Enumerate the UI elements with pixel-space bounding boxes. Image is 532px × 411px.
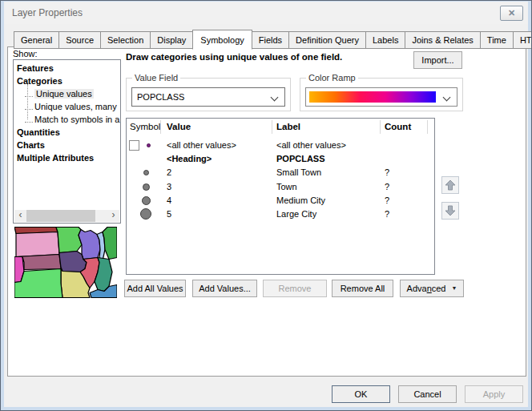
- horizontal-scrollbar[interactable]: ‹ ›: [14, 210, 119, 222]
- value-field-label: Value Field: [132, 73, 180, 83]
- up-arrow-icon: [445, 179, 456, 191]
- color-ramp-label: Color Ramp: [306, 73, 358, 83]
- column-header-label: Label: [276, 122, 300, 131]
- tab-selection[interactable]: Selection: [100, 31, 151, 49]
- point-symbol[interactable]: [147, 143, 151, 147]
- move-down-button[interactable]: [441, 202, 459, 220]
- categories-table[interactable]: Symbol Value Label Count <all other valu…: [126, 118, 435, 275]
- table-row[interactable]: 5 Large City ?: [127, 208, 434, 221]
- remove-button[interactable]: Remove: [263, 280, 327, 297]
- dropdown-arrow-icon: ▼: [452, 280, 457, 296]
- import-button[interactable]: Import...: [413, 51, 462, 69]
- advanced-button[interactable]: Advanced▼: [400, 280, 464, 297]
- tab-fields[interactable]: Fields: [252, 31, 289, 49]
- move-up-button[interactable]: [441, 176, 459, 194]
- tree-item-unique-values[interactable]: Unique values: [17, 87, 120, 100]
- tree-item-quantities[interactable]: Quantities: [17, 126, 120, 139]
- tree-item-match-symbols[interactable]: Match to symbols in a: [17, 113, 120, 126]
- draw-method-description: Draw categories using unique values of o…: [126, 52, 342, 62]
- ok-button[interactable]: OK: [332, 385, 390, 403]
- show-tree-listbox[interactable]: Features Categories Unique values Unique…: [13, 59, 121, 224]
- chevron-down-icon: [271, 94, 279, 102]
- all-other-values-checkbox[interactable]: [129, 140, 139, 151]
- tree-item-unique-values-many[interactable]: Unique values, many: [17, 100, 120, 113]
- column-header-symbol: Symbol: [130, 122, 160, 131]
- point-symbol[interactable]: [142, 196, 151, 205]
- color-ramp-group: Color Ramp: [300, 78, 463, 111]
- scrollbar-thumb[interactable]: [26, 210, 95, 222]
- tab-symbology[interactable]: Symbology: [192, 30, 252, 50]
- map-preview: [14, 227, 117, 298]
- table-header: Symbol Value Label Count: [127, 119, 434, 136]
- tab-source[interactable]: Source: [58, 31, 101, 49]
- apply-button[interactable]: Apply: [465, 385, 523, 403]
- tree-item-multiple-attributes[interactable]: Multiple Attributes: [17, 151, 120, 164]
- column-header-count: Count: [385, 122, 411, 131]
- point-symbol[interactable]: [140, 208, 151, 220]
- table-row[interactable]: 3 Town ?: [127, 180, 434, 194]
- point-symbol[interactable]: [143, 183, 150, 191]
- value-field-dropdown[interactable]: POPCLASS: [131, 87, 285, 107]
- add-all-values-button[interactable]: Add All Values: [124, 280, 186, 297]
- tree-item-features[interactable]: Features: [17, 62, 120, 75]
- table-row[interactable]: <Heading> POPCLASS: [127, 152, 434, 166]
- show-label: Show:: [13, 49, 38, 58]
- tab-labels[interactable]: Labels: [365, 31, 405, 49]
- chevron-down-icon: [443, 94, 451, 102]
- value-field-value: POPCLASS: [137, 92, 184, 102]
- tab-html-popup[interactable]: HTML Popup: [513, 31, 532, 49]
- tab-time[interactable]: Time: [480, 31, 514, 49]
- remove-all-button[interactable]: Remove All: [332, 280, 393, 297]
- tab-definition-query[interactable]: Definition Query: [288, 31, 366, 49]
- title-bar: Layer Properties ✕: [4, 2, 528, 24]
- layer-properties-dialog: Layer Properties ✕ General Source Select…: [0, 0, 532, 411]
- color-ramp-dropdown[interactable]: [305, 87, 457, 107]
- scroll-left-icon[interactable]: ‹: [14, 210, 26, 222]
- symbology-page: Show: Features Categories Unique values …: [7, 46, 526, 377]
- tree-item-categories[interactable]: Categories: [17, 75, 120, 87]
- scroll-right-icon[interactable]: ›: [107, 210, 119, 222]
- table-row[interactable]: <all other values> <all other values>: [127, 139, 434, 152]
- column-header-value: Value: [167, 122, 191, 131]
- table-row[interactable]: 4 Medium City ?: [127, 194, 434, 208]
- tree-item-charts[interactable]: Charts: [17, 139, 120, 151]
- color-ramp-swatch: [309, 91, 436, 103]
- value-field-group: Value Field POPCLASS: [126, 78, 291, 111]
- table-row[interactable]: 2 Small Town ?: [127, 166, 434, 179]
- close-icon[interactable]: ✕: [500, 6, 523, 21]
- tab-strip: General Source Selection Display Symbolo…: [14, 30, 532, 49]
- point-symbol[interactable]: [143, 170, 149, 175]
- cancel-button[interactable]: Cancel: [398, 385, 457, 403]
- down-arrow-icon: [445, 205, 456, 216]
- add-values-button[interactable]: Add Values...: [192, 280, 257, 297]
- tab-display[interactable]: Display: [150, 31, 193, 49]
- tab-general[interactable]: General: [14, 31, 59, 49]
- window-title: Layer Properties: [12, 7, 83, 18]
- tab-joins-relates[interactable]: Joins & Relates: [405, 31, 480, 49]
